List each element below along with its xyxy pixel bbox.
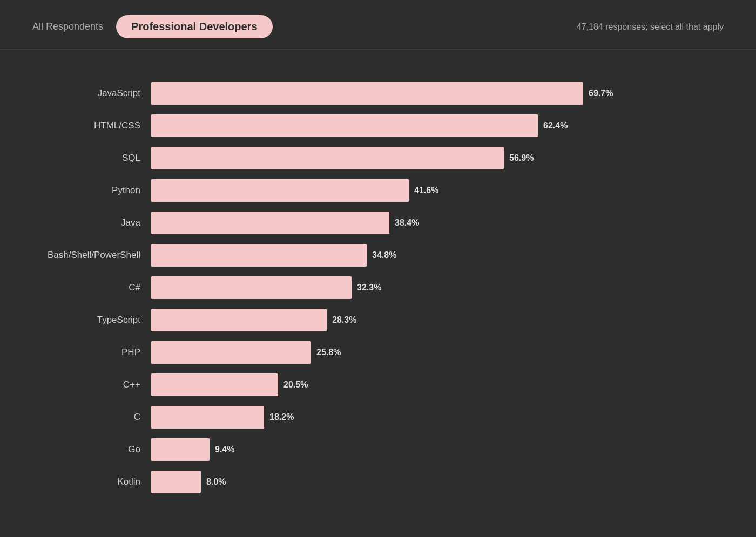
bar-label: C++ xyxy=(32,379,151,390)
bar-percent: 28.3% xyxy=(332,315,356,325)
bar-fill xyxy=(151,212,389,234)
bar-fill xyxy=(151,309,327,331)
bar-label: JavaScript xyxy=(32,88,151,99)
bar-row: Kotlin8.0% xyxy=(32,471,724,493)
bar-track: 56.9% xyxy=(151,147,724,169)
bar-track: 18.2% xyxy=(151,406,724,429)
bar-percent: 20.5% xyxy=(284,380,308,390)
tab-all-respondents[interactable]: All Respondents xyxy=(32,17,103,37)
bar-row: Java38.4% xyxy=(32,212,724,234)
bar-fill xyxy=(151,276,352,299)
header-divider xyxy=(0,49,756,50)
tab-professional-developers[interactable]: Professional Developers xyxy=(116,15,272,38)
bar-fill xyxy=(151,373,278,396)
bar-label: PHP xyxy=(32,347,151,358)
bar-percent: 62.4% xyxy=(543,121,568,131)
bar-track: 69.7% xyxy=(151,82,724,105)
bar-row: JavaScript69.7% xyxy=(32,82,724,105)
bar-row: C#32.3% xyxy=(32,276,724,299)
page-header: All Respondents Professional Developers … xyxy=(0,0,756,49)
bar-percent: 32.3% xyxy=(357,283,381,293)
bar-label: C# xyxy=(32,282,151,293)
bar-track: 41.6% xyxy=(151,179,724,202)
bar-chart: JavaScript69.7%HTML/CSS62.4%SQL56.9%Pyth… xyxy=(0,71,756,525)
bar-fill xyxy=(151,82,583,105)
bar-row: C18.2% xyxy=(32,406,724,429)
bar-fill xyxy=(151,244,367,267)
bar-track: 25.8% xyxy=(151,341,724,364)
bar-label: Go xyxy=(32,444,151,455)
bar-row: SQL56.9% xyxy=(32,147,724,169)
bar-label: TypeScript xyxy=(32,315,151,325)
bar-row: Python41.6% xyxy=(32,179,724,202)
bar-percent: 69.7% xyxy=(589,89,613,98)
bar-row: C++20.5% xyxy=(32,373,724,396)
response-info: 47,184 responses; select all that apply xyxy=(577,22,724,32)
bar-fill xyxy=(151,471,201,493)
bar-label: Java xyxy=(32,217,151,228)
bar-track: 8.0% xyxy=(151,471,724,493)
bar-label: Kotlin xyxy=(32,477,151,487)
bar-row: PHP25.8% xyxy=(32,341,724,364)
tab-group: All Respondents Professional Developers xyxy=(32,15,273,38)
bar-label: SQL xyxy=(32,153,151,164)
bar-label: HTML/CSS xyxy=(32,120,151,131)
bar-percent: 9.4% xyxy=(215,445,234,454)
bar-track: 20.5% xyxy=(151,373,724,396)
bar-percent: 34.8% xyxy=(372,250,396,260)
bar-percent: 8.0% xyxy=(206,477,226,487)
bar-fill xyxy=(151,114,538,137)
bar-row: HTML/CSS62.4% xyxy=(32,114,724,137)
bar-track: 62.4% xyxy=(151,114,724,137)
bar-track: 32.3% xyxy=(151,276,724,299)
bar-percent: 38.4% xyxy=(395,218,419,228)
bar-row: Bash/Shell/PowerShell34.8% xyxy=(32,244,724,267)
bar-label: C xyxy=(32,412,151,423)
bar-percent: 41.6% xyxy=(414,186,438,195)
bar-fill xyxy=(151,341,311,364)
bar-fill xyxy=(151,147,504,169)
bar-label: Python xyxy=(32,185,151,196)
bar-percent: 56.9% xyxy=(509,153,534,163)
bar-track: 38.4% xyxy=(151,212,724,234)
bar-track: 28.3% xyxy=(151,309,724,331)
bar-fill xyxy=(151,438,210,461)
bar-row: Go9.4% xyxy=(32,438,724,461)
bar-percent: 25.8% xyxy=(316,348,341,357)
bar-track: 9.4% xyxy=(151,438,724,461)
bar-label: Bash/Shell/PowerShell xyxy=(32,250,151,261)
bar-fill xyxy=(151,179,409,202)
bar-percent: 18.2% xyxy=(269,412,294,422)
bar-track: 34.8% xyxy=(151,244,724,267)
bar-fill xyxy=(151,406,264,429)
bar-row: TypeScript28.3% xyxy=(32,309,724,331)
